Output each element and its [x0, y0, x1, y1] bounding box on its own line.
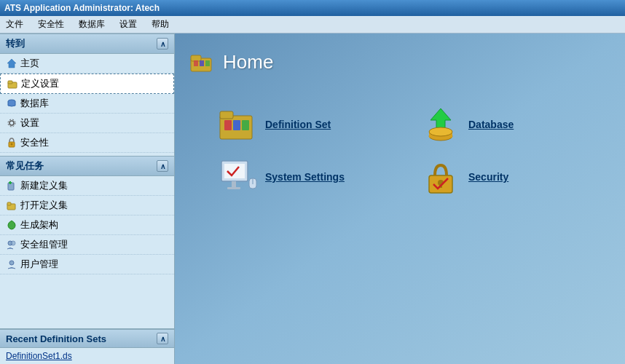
sidebar: 转到 ∧ 主页	[0, 33, 175, 364]
sidebar-item-database-label: 数据库	[20, 97, 49, 110]
svg-rect-32	[232, 181, 236, 187]
definition-nav-icon	[7, 78, 18, 90]
task-new-definition[interactable]: 新建定义集	[0, 176, 174, 196]
definition-set-label[interactable]: Definition Set	[265, 119, 331, 130]
home-icon	[189, 48, 216, 76]
nav-collapse-button[interactable]: ∧	[157, 38, 168, 50]
sidebar-item-database[interactable]: 数据库	[0, 94, 174, 114]
menu-bar: 文件 安全性 数据库 设置 帮助	[0, 16, 625, 33]
svg-rect-23	[224, 120, 232, 130]
task-gen-schema[interactable]: 生成架构	[0, 215, 174, 235]
tile-security[interactable]: Security	[422, 158, 581, 196]
task-user-mgmt[interactable]: 用户管理	[0, 255, 174, 274]
sidebar-item-security-label: 安全性	[20, 136, 49, 149]
title-bar: ATS Application Administrator: Atech	[0, 0, 625, 16]
svg-rect-17	[191, 55, 201, 61]
sec-group-icon	[6, 239, 17, 250]
home-nav-icon	[6, 58, 17, 69]
tasks-section-label: 常见任务	[6, 159, 44, 173]
sidebar-item-definition[interactable]: 定义设置	[0, 74, 174, 94]
main-layout: 转到 ∧ 主页	[0, 33, 625, 364]
home-header: Home	[189, 48, 610, 76]
svg-rect-18	[194, 60, 198, 66]
new-def-icon	[6, 180, 17, 191]
sidebar-item-home-label: 主页	[20, 57, 39, 70]
task-open-definition-label: 打开定义集	[20, 199, 68, 212]
title-text: ATS Application Administrator: Atech	[4, 3, 160, 13]
open-def-icon	[6, 199, 17, 211]
tile-system-settings[interactable]: System Settings	[219, 158, 378, 196]
recent-item-1[interactable]: DefinitionSet1.ds	[0, 348, 174, 364]
menu-settings[interactable]: 设置	[117, 17, 140, 32]
svg-rect-33	[227, 187, 240, 189]
svg-rect-22	[220, 111, 233, 119]
task-gen-schema-label: 生成架构	[20, 218, 58, 232]
menu-help[interactable]: 帮助	[149, 17, 172, 32]
database-nav-icon	[6, 98, 17, 109]
system-settings-label[interactable]: System Settings	[265, 171, 345, 183]
database-tile-icon	[422, 106, 460, 143]
recent-collapse-button[interactable]: ∧	[157, 333, 168, 344]
gen-schema-icon	[6, 219, 17, 231]
tile-database[interactable]: Database	[422, 106, 581, 143]
settings-nav-icon	[6, 117, 17, 129]
tasks-section-header: 常见任务 ∧	[0, 156, 174, 176]
task-sec-group[interactable]: 安全组管理	[0, 235, 174, 255]
security-tile-label[interactable]: Security	[468, 171, 508, 183]
tiles-grid: Definition Set Database	[189, 98, 610, 203]
svg-rect-12	[7, 202, 11, 205]
svg-rect-19	[200, 60, 204, 66]
task-items: 新建定义集 打开定义集 生成架构	[0, 176, 174, 274]
recent-section: Recent Definition Sets ∧ DefinitionSet1.…	[0, 328, 174, 364]
sidebar-item-settings[interactable]: 设置	[0, 114, 174, 133]
task-sec-group-label: 安全组管理	[20, 238, 68, 251]
content-area: Home Definition S	[175, 33, 625, 364]
svg-point-4	[9, 121, 14, 125]
svg-rect-20	[205, 60, 210, 66]
sidebar-item-security[interactable]: 安全性	[0, 133, 174, 153]
task-new-definition-label: 新建定义集	[20, 179, 68, 192]
tasks-collapse-button[interactable]: ∧	[157, 160, 168, 172]
svg-marker-0	[7, 59, 16, 68]
task-open-definition[interactable]: 打开定义集	[0, 196, 174, 215]
recent-section-header: Recent Definition Sets ∧	[0, 329, 174, 348]
sidebar-item-home[interactable]: 主页	[0, 54, 174, 74]
database-tile-label[interactable]: Database	[468, 119, 514, 130]
svg-point-7	[11, 143, 13, 146]
nav-items: 主页 定义设置 数据库	[0, 54, 174, 153]
definition-set-icon	[219, 106, 256, 143]
nav-section-header: 转到 ∧	[0, 33, 174, 54]
home-title: Home	[223, 51, 273, 74]
svg-rect-2	[8, 81, 12, 84]
svg-point-29	[429, 127, 452, 136]
svg-rect-24	[233, 120, 240, 130]
menu-security[interactable]: 安全性	[35, 17, 67, 32]
sidebar-item-definition-label: 定义设置	[21, 77, 59, 90]
security-tile-icon	[422, 158, 460, 196]
system-settings-icon	[219, 158, 256, 196]
nav-section-label: 转到	[6, 37, 25, 50]
user-mgmt-icon	[6, 258, 17, 270]
svg-point-15	[9, 261, 14, 265]
svg-rect-25	[242, 120, 249, 130]
svg-point-14	[11, 241, 15, 245]
recent-section-label: Recent Definition Sets	[6, 333, 106, 344]
tile-definition-set[interactable]: Definition Set	[219, 106, 378, 143]
menu-database[interactable]: 数据库	[76, 17, 108, 32]
sidebar-item-settings-label: 设置	[20, 116, 39, 130]
security-nav-icon	[6, 137, 17, 149]
task-user-mgmt-label: 用户管理	[20, 258, 58, 271]
menu-file[interactable]: 文件	[3, 17, 26, 32]
